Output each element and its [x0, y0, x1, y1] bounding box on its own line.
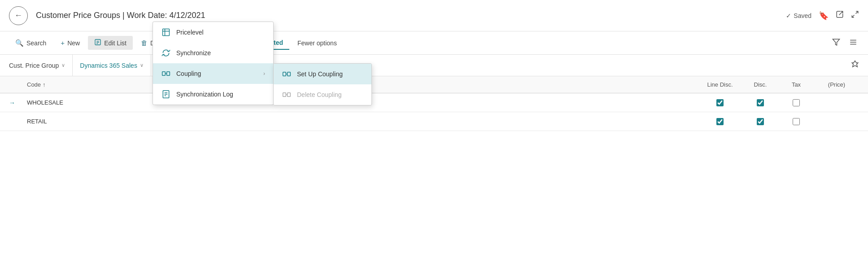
th-code[interactable]: Code ↑ [27, 81, 153, 88]
row-tax-wholesale[interactable] [778, 99, 814, 106]
plus-icon: + [61, 39, 65, 47]
toolbar: 🔍 Search + New Edit List 🗑 Delete Naviga… [0, 31, 868, 55]
setup-coupling-label: Set Up Coupling [297, 70, 343, 78]
th-disc-label: Disc. [754, 81, 767, 88]
new-button[interactable]: + New [54, 36, 86, 49]
share-icon[interactable] [836, 10, 844, 21]
cust-price-group-label: Cust. Price Group [9, 62, 59, 69]
row-tax-retail[interactable] [778, 118, 814, 125]
dynamics-chevron: ∨ [140, 62, 144, 68]
edit-list-icon [94, 39, 101, 47]
th-price-label: (Price) [828, 81, 845, 88]
table-header: Code ↑ Line Disc. Disc. Tax (Price) [0, 76, 868, 93]
toolbar-right [830, 36, 859, 50]
dropdown-coupling-label: Coupling [176, 70, 201, 77]
row-linedisc-wholesale[interactable] [698, 99, 742, 106]
dynamics-label: Dynamics 365 Sales [80, 62, 137, 69]
sync-log-icon [161, 89, 171, 99]
back-icon: ← [14, 11, 22, 20]
saved-label-text: Saved [794, 12, 811, 19]
new-label: New [67, 39, 80, 47]
edit-list-button[interactable]: Edit List [88, 36, 133, 50]
cust-price-group-chevron: ∨ [61, 62, 65, 68]
svg-rect-16 [288, 93, 291, 96]
svg-rect-9 [162, 72, 166, 75]
dropdown-item-synchronize[interactable]: Synchronize [153, 43, 273, 63]
svg-rect-8 [163, 29, 170, 36]
coupling-icon [161, 69, 171, 79]
dynamics-menu[interactable]: Dynamics 365 Sales ∨ [73, 55, 151, 76]
dropdown-sync-log-label: Synchronization Log [176, 91, 233, 98]
sub-header: Cust. Price Group ∨ Dynamics 365 Sales ∨ [0, 55, 868, 76]
cust-price-group-menu[interactable]: Cust. Price Group ∨ [9, 55, 73, 76]
dropdown-item-coupling[interactable]: Coupling › Set Up Coupling [153, 63, 273, 84]
dropdown-item-sync-log[interactable]: Synchronization Log [153, 84, 273, 105]
row-code-wholesale: WHOLESALE [27, 99, 153, 106]
th-linedisc[interactable]: Line Disc. [698, 81, 742, 88]
column-list-icon[interactable] [847, 36, 859, 50]
synchronize-icon [161, 48, 171, 58]
dropdown-pricelevel-label: Pricelevel [176, 29, 204, 36]
svg-rect-10 [167, 72, 170, 75]
filter-icon[interactable] [830, 36, 842, 50]
th-disc[interactable]: Disc. [742, 81, 778, 88]
tax-checkbox-wholesale[interactable] [793, 99, 800, 106]
dropdown-menu: Pricelevel Synchronize Cou [153, 22, 274, 105]
table-row[interactable]: → WHOLESALE [0, 93, 868, 112]
sub-dropdown-item-delete-coupling: Delete Coupling [274, 84, 371, 105]
fewer-options-button[interactable]: Fewer options [291, 37, 343, 49]
svg-marker-4 [833, 39, 840, 45]
dropdown-item-pricelevel[interactable]: Pricelevel [153, 22, 273, 43]
tax-checkbox-retail[interactable] [793, 118, 800, 125]
delete-coupling-icon [282, 90, 292, 100]
pricelevel-icon [161, 27, 171, 37]
th-code-label: Code [27, 81, 41, 88]
th-tax-label: Tax [792, 81, 801, 88]
linedisc-checkbox-wholesale[interactable] [716, 99, 724, 106]
svg-rect-12 [283, 72, 286, 76]
search-button[interactable]: 🔍 Search [9, 36, 52, 50]
dropdown-synchronize-label: Synchronize [176, 49, 211, 57]
th-price[interactable]: (Price) [814, 81, 859, 88]
bookmark-icon[interactable]: 🔖 [819, 11, 829, 21]
coupling-chevron-right: › [263, 70, 265, 77]
delete-icon: 🗑 [141, 39, 148, 47]
row-disc-wholesale[interactable] [742, 99, 778, 106]
delete-coupling-label: Delete Coupling [297, 91, 342, 98]
row-linedisc-retail[interactable] [698, 118, 742, 125]
th-tax[interactable]: Tax [778, 81, 814, 88]
svg-rect-15 [283, 93, 286, 96]
disc-checkbox-wholesale[interactable] [757, 99, 764, 106]
row-code-retail: RETAIL [27, 118, 153, 125]
disc-checkbox-retail[interactable] [757, 118, 764, 125]
top-actions: ✓ Saved 🔖 [786, 10, 859, 21]
svg-rect-13 [288, 72, 291, 76]
linedisc-checkbox-retail[interactable] [716, 118, 724, 125]
fewer-options-label: Fewer options [297, 39, 337, 47]
dropdown-overlay: Pricelevel Synchronize Cou [153, 22, 274, 105]
setup-coupling-icon [282, 69, 292, 79]
table-row[interactable]: RETAIL [0, 112, 868, 131]
expand-icon[interactable] [851, 10, 859, 21]
pin-icon[interactable] [851, 60, 859, 70]
sub-dropdown-coupling: Set Up Coupling Delete Coupling [273, 63, 372, 105]
edit-list-label: Edit List [104, 39, 126, 47]
page-title: Customer Price Groups | Work Date: 4/12/… [36, 11, 786, 20]
top-bar: ← Customer Price Groups | Work Date: 4/1… [0, 0, 868, 31]
search-icon: 🔍 [15, 39, 24, 47]
search-label: Search [26, 39, 46, 47]
sort-indicator: ↑ [43, 81, 46, 88]
checkmark-icon: ✓ [786, 12, 791, 19]
saved-status: ✓ Saved [786, 12, 811, 19]
row-disc-retail[interactable] [742, 118, 778, 125]
th-linedisc-label: Line Disc. [707, 81, 733, 88]
sub-dropdown-item-setup-coupling[interactable]: Set Up Coupling [274, 64, 371, 84]
row-arrow-wholesale: → [9, 99, 27, 106]
back-button[interactable]: ← [9, 6, 28, 25]
